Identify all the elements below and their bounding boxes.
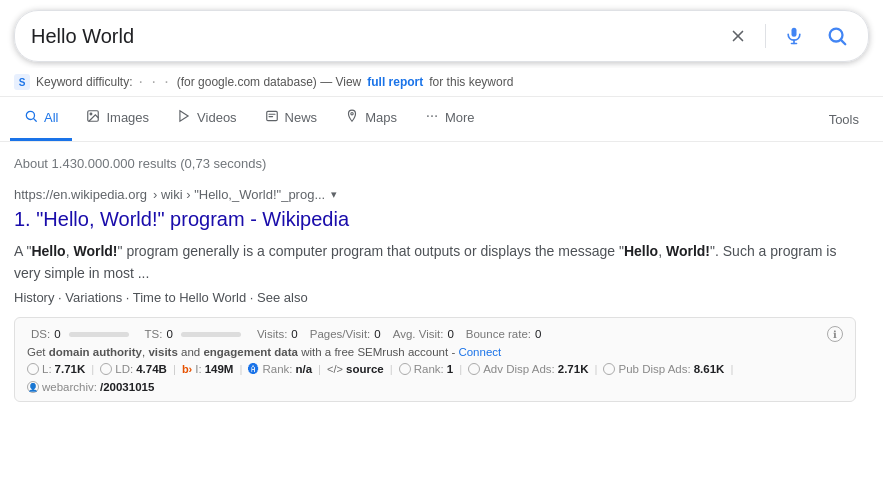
tab-news[interactable]: News (251, 97, 332, 141)
nav-tabs: All Images Videos News Maps More Tools (0, 97, 883, 142)
pub-icon (603, 363, 615, 375)
result-link-time[interactable]: Time to Hello World (133, 290, 246, 305)
result-item: https://en.wikipedia.org › wiki › "Hello… (14, 187, 856, 402)
semrush-for-text: (for google.com database) — View (177, 75, 362, 89)
tab-more[interactable]: More (411, 97, 489, 141)
ds-val: 0 (54, 328, 60, 340)
result-link-history[interactable]: History (14, 290, 54, 305)
result-links: History · Variations · Time to Hello Wor… (14, 290, 856, 305)
svg-marker-11 (180, 111, 188, 122)
search-input[interactable] (31, 25, 725, 48)
connect-link[interactable]: Connect (458, 346, 501, 358)
rank-a-icon: 🅐 (248, 363, 259, 375)
tab-maps[interactable]: Maps (331, 97, 411, 141)
tab-images[interactable]: Images (72, 97, 163, 141)
result-link-seealso[interactable]: See also (257, 290, 308, 305)
avg-label: Avg. Visit: (393, 328, 444, 340)
L-val: 7.71K (55, 363, 86, 375)
results-area: About 1.430.000.000 results (0,73 second… (0, 142, 870, 402)
sem-L: L: 7.71K (27, 363, 85, 375)
results-count: About 1.430.000.000 results (0,73 second… (14, 156, 856, 171)
snippet-bold-4: World! (666, 243, 710, 259)
semrush-full-report-link[interactable]: full report (367, 75, 423, 89)
tab-all-label: All (44, 110, 58, 125)
L-icon (27, 363, 39, 375)
tab-images-label: Images (106, 110, 149, 125)
tab-more-label: More (445, 110, 475, 125)
sem-web: 👤 webarchiv: /20031015 (27, 381, 154, 393)
svg-line-6 (841, 40, 845, 44)
rank-a-label: Rank: (262, 363, 292, 375)
sem-rank-1: Rank: 1 (399, 363, 453, 375)
source-icon: </> (327, 363, 343, 375)
adv-label: Adv Disp Ads: (483, 363, 555, 375)
adv-val: 2.71K (558, 363, 589, 375)
semrush-row2: L: 7.71K | LD: 4.74B | b› I: 149M | 🅐 (27, 363, 843, 393)
result-url: https://en.wikipedia.org › wiki › "Hello… (14, 187, 856, 202)
sem-pub: Pub Disp Ads: 8.61K (603, 363, 724, 375)
adv-icon (468, 363, 480, 375)
web-label: webarchiv: (42, 381, 97, 393)
semrush-keyword-label: Keyword difficulty: (36, 75, 133, 89)
rank-a-val: n/a (295, 363, 312, 375)
sem-I: b› I: 149M (182, 363, 234, 375)
sem-rank-a: 🅐 Rank: n/a (248, 363, 312, 375)
metric-avg: Avg. Visit: 0 (393, 328, 454, 340)
all-icon (24, 109, 38, 126)
tab-videos-label: Videos (197, 110, 237, 125)
bounce-val: 0 (535, 328, 541, 340)
semrush-icon: S (14, 74, 30, 90)
svg-line-8 (34, 119, 37, 122)
metric-visits: Visits: 0 (257, 328, 298, 340)
videos-icon (177, 109, 191, 126)
semrush-row1: DS: 0 TS: 0 Visits: 0 Pages/Visit: 0 (27, 326, 843, 342)
snippet-bold-1: Hello (31, 243, 65, 259)
images-icon (86, 109, 100, 126)
promo-engagement: engagement data (203, 346, 298, 358)
visits-label: Visits: (257, 328, 287, 340)
tab-maps-label: Maps (365, 110, 397, 125)
metric-pages: Pages/Visit: 0 (310, 328, 381, 340)
result-url-domain: https://en.wikipedia.org (14, 187, 147, 202)
semrush-promo: Get domain authority, visits and engagem… (27, 346, 843, 358)
I-val: 149M (205, 363, 234, 375)
promo-visits: visits (148, 346, 177, 358)
search-button[interactable] (822, 21, 852, 51)
pub-val: 8.61K (694, 363, 725, 375)
more-icon (425, 109, 439, 126)
ts-label: TS: (145, 328, 163, 340)
sem-adv: Adv Disp Ads: 2.71K (468, 363, 588, 375)
rank1-icon (399, 363, 411, 375)
result-title[interactable]: 1. "Hello, World!" program - Wikipedia (14, 206, 856, 232)
maps-icon (345, 109, 359, 126)
sem-LD: LD: 4.74B (100, 363, 167, 375)
snippet-bold-3: Hello (624, 243, 658, 259)
metric-ds: DS: 0 (27, 328, 133, 340)
sem-source: </> source (327, 363, 384, 375)
result-url-path: › wiki › "Hello,_World!"_prog... (153, 187, 325, 202)
web-val: /20031015 (100, 381, 154, 393)
info-icon[interactable]: ℹ (827, 326, 843, 342)
tools-button[interactable]: Tools (815, 100, 873, 139)
tab-all[interactable]: All (10, 97, 72, 141)
svg-point-17 (431, 115, 433, 117)
source-label: source (346, 363, 384, 375)
svg-point-18 (435, 115, 437, 117)
semrush-keyword-bar: S Keyword difficulty: · · · (for google.… (0, 68, 883, 97)
LD-label: LD: (115, 363, 133, 375)
divider (765, 24, 766, 48)
news-icon (265, 109, 279, 126)
ds-label: DS: (31, 328, 50, 340)
semrush-dots: · · · (139, 73, 171, 91)
mic-button[interactable] (780, 22, 808, 50)
clear-button[interactable] (725, 23, 751, 49)
result-link-variations[interactable]: Variations (65, 290, 122, 305)
svg-point-16 (427, 115, 429, 117)
svg-point-10 (91, 113, 93, 115)
promo-da: domain authority (49, 346, 142, 358)
bounce-label: Bounce rate: (466, 328, 531, 340)
pages-val: 0 (374, 328, 380, 340)
tab-videos[interactable]: Videos (163, 97, 251, 141)
result-url-caret[interactable]: ▾ (331, 188, 337, 201)
snippet-bold-2: World! (73, 243, 117, 259)
